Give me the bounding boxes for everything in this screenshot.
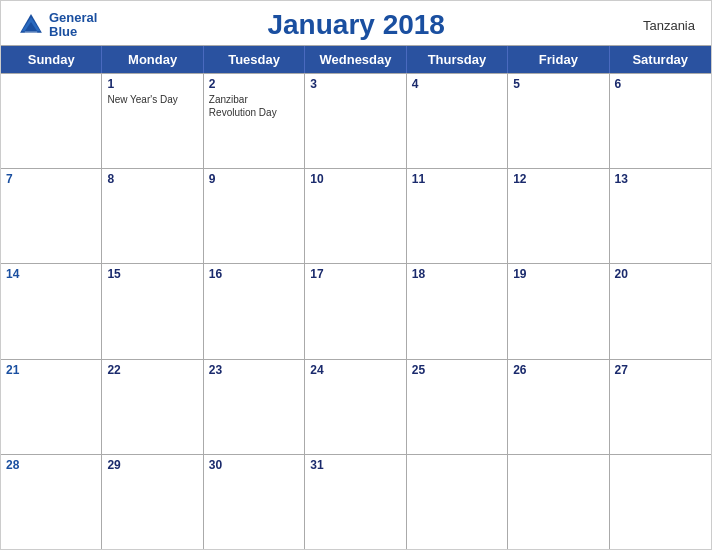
day-cell-jan29: 29 — [102, 455, 203, 549]
day-cell-jan8: 8 — [102, 169, 203, 263]
day-cell-jan23: 23 — [204, 360, 305, 454]
day-cell-jan13: 13 — [610, 169, 711, 263]
day-cell-jan30: 30 — [204, 455, 305, 549]
day-cell-jan17: 17 — [305, 264, 406, 358]
day-number: 19 — [513, 267, 603, 281]
day-cell-jan26: 26 — [508, 360, 609, 454]
day-number: 25 — [412, 363, 502, 377]
general-blue-logo-icon — [17, 11, 45, 39]
day-number: 9 — [209, 172, 299, 186]
day-cell-jan25: 25 — [407, 360, 508, 454]
event-new-years-day: New Year's Day — [107, 93, 197, 106]
week-row-1: 1 New Year's Day 2 ZanzibarRevolution Da… — [1, 73, 711, 168]
day-number: 10 — [310, 172, 400, 186]
day-number: 14 — [6, 267, 96, 281]
day-number: 2 — [209, 77, 299, 91]
day-cell-jan20: 20 — [610, 264, 711, 358]
day-number: 31 — [310, 458, 400, 472]
day-cell-jan4: 4 — [407, 74, 508, 168]
weeks-container: 1 New Year's Day 2 ZanzibarRevolution Da… — [1, 73, 711, 549]
country-label: Tanzania — [615, 18, 695, 33]
day-number: 5 — [513, 77, 603, 91]
day-number: 24 — [310, 363, 400, 377]
day-cell-empty-feb1 — [407, 455, 508, 549]
day-cell-empty — [1, 74, 102, 168]
day-cell-jan15: 15 — [102, 264, 203, 358]
day-number: 30 — [209, 458, 299, 472]
day-cell-jan22: 22 — [102, 360, 203, 454]
day-cell-jan7: 7 — [1, 169, 102, 263]
month-title: January 2018 — [97, 9, 615, 41]
week-row-4: 21 22 23 24 25 26 27 — [1, 359, 711, 454]
week-row-3: 14 15 16 17 18 19 20 — [1, 263, 711, 358]
logo-area: General Blue — [17, 11, 97, 40]
day-cell-jan1: 1 New Year's Day — [102, 74, 203, 168]
day-number: 13 — [615, 172, 706, 186]
day-cell-jan27: 27 — [610, 360, 711, 454]
day-number: 22 — [107, 363, 197, 377]
day-number: 17 — [310, 267, 400, 281]
header-wednesday: Wednesday — [305, 46, 406, 73]
day-cell-jan24: 24 — [305, 360, 406, 454]
day-cell-jan9: 9 — [204, 169, 305, 263]
day-number: 1 — [107, 77, 197, 91]
day-cell-jan11: 11 — [407, 169, 508, 263]
day-number: 15 — [107, 267, 197, 281]
day-number: 12 — [513, 172, 603, 186]
day-cell-jan12: 12 — [508, 169, 609, 263]
day-number: 21 — [6, 363, 96, 377]
calendar-container: General Blue January 2018 Tanzania Sunda… — [0, 0, 712, 550]
day-cell-jan5: 5 — [508, 74, 609, 168]
day-number: 3 — [310, 77, 400, 91]
header-sunday: Sunday — [1, 46, 102, 73]
day-cell-jan2: 2 ZanzibarRevolution Day — [204, 74, 305, 168]
day-number: 23 — [209, 363, 299, 377]
event-zanzibar: ZanzibarRevolution Day — [209, 93, 299, 119]
day-number: 4 — [412, 77, 502, 91]
week-row-2: 7 8 9 10 11 12 13 — [1, 168, 711, 263]
day-cell-jan18: 18 — [407, 264, 508, 358]
day-number: 18 — [412, 267, 502, 281]
day-number: 27 — [615, 363, 706, 377]
day-number: 8 — [107, 172, 197, 186]
day-number: 16 — [209, 267, 299, 281]
day-cell-jan16: 16 — [204, 264, 305, 358]
calendar-grid: Sunday Monday Tuesday Wednesday Thursday… — [1, 45, 711, 549]
day-cell-jan28: 28 — [1, 455, 102, 549]
header-friday: Friday — [508, 46, 609, 73]
day-cell-jan19: 19 — [508, 264, 609, 358]
logo-text: General Blue — [49, 11, 97, 40]
day-cell-empty-feb3 — [610, 455, 711, 549]
day-number: 29 — [107, 458, 197, 472]
day-number: 11 — [412, 172, 502, 186]
day-headers-row: Sunday Monday Tuesday Wednesday Thursday… — [1, 46, 711, 73]
day-cell-jan14: 14 — [1, 264, 102, 358]
day-number: 28 — [6, 458, 96, 472]
header-monday: Monday — [102, 46, 203, 73]
day-number: 6 — [615, 77, 706, 91]
day-cell-empty-feb2 — [508, 455, 609, 549]
day-cell-jan31: 31 — [305, 455, 406, 549]
day-number: 7 — [6, 172, 96, 186]
header-saturday: Saturday — [610, 46, 711, 73]
day-number: 26 — [513, 363, 603, 377]
header-thursday: Thursday — [407, 46, 508, 73]
day-cell-jan21: 21 — [1, 360, 102, 454]
day-number: 20 — [615, 267, 706, 281]
day-cell-jan6: 6 — [610, 74, 711, 168]
header-tuesday: Tuesday — [204, 46, 305, 73]
week-row-5: 28 29 30 31 — [1, 454, 711, 549]
day-cell-jan3: 3 — [305, 74, 406, 168]
calendar-header: General Blue January 2018 Tanzania — [1, 1, 711, 45]
day-cell-jan10: 10 — [305, 169, 406, 263]
svg-rect-4 — [25, 31, 37, 34]
